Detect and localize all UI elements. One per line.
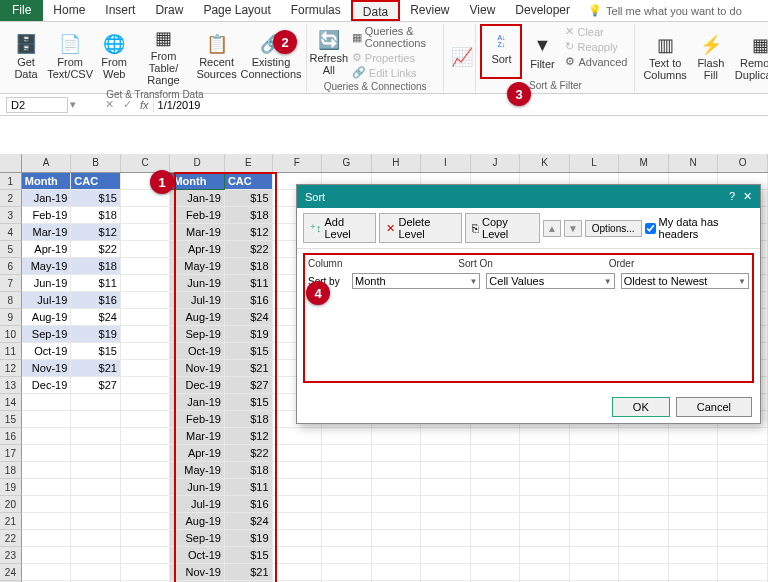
dialog-titlebar[interactable]: Sort ?✕ xyxy=(297,185,760,208)
cell[interactable] xyxy=(421,496,471,513)
cell[interactable] xyxy=(71,513,121,530)
col-header-N[interactable]: N xyxy=(669,154,719,172)
cell[interactable]: Jul-19 xyxy=(170,292,225,309)
cell[interactable]: Mar-19 xyxy=(170,224,225,241)
cell[interactable]: Sep-19 xyxy=(170,530,225,547)
cell[interactable] xyxy=(273,428,323,445)
cell[interactable]: May-19 xyxy=(22,258,72,275)
cell[interactable] xyxy=(619,428,669,445)
tab-formulas[interactable]: Formulas xyxy=(281,0,351,21)
properties-button[interactable]: ⚙Properties xyxy=(349,50,440,65)
cell[interactable]: Month xyxy=(170,173,225,190)
ok-button[interactable]: OK xyxy=(612,397,670,417)
remove-dup-button[interactable]: ▦Remove Duplicates xyxy=(731,24,768,90)
cell[interactable] xyxy=(71,462,121,479)
cell[interactable]: $21 xyxy=(225,360,273,377)
cell[interactable] xyxy=(520,513,570,530)
cell[interactable] xyxy=(273,513,323,530)
cell[interactable] xyxy=(121,326,171,343)
refresh-all-button[interactable]: 🔄Refresh All xyxy=(311,24,347,80)
row-header[interactable]: 17 xyxy=(0,445,22,462)
row-header[interactable]: 24 xyxy=(0,564,22,581)
cell[interactable] xyxy=(273,564,323,581)
cell[interactable] xyxy=(121,428,171,445)
cell[interactable] xyxy=(669,462,719,479)
cell[interactable]: $18 xyxy=(225,462,273,479)
cell[interactable] xyxy=(570,462,620,479)
cell[interactable] xyxy=(619,564,669,581)
cell[interactable]: Dec-19 xyxy=(22,377,72,394)
reapply-button[interactable]: ↻Reapply xyxy=(562,39,630,54)
cell[interactable] xyxy=(669,547,719,564)
cell[interactable] xyxy=(718,428,768,445)
sort-column-select[interactable]: Month▼ xyxy=(352,273,480,289)
col-header-O[interactable]: O xyxy=(718,154,768,172)
cell[interactable] xyxy=(718,496,768,513)
cell[interactable]: $11 xyxy=(71,275,121,292)
copy-level-button[interactable]: ⎘Copy Level xyxy=(465,213,540,243)
name-box[interactable]: D2 xyxy=(6,97,68,113)
cell[interactable] xyxy=(669,496,719,513)
cell[interactable] xyxy=(121,224,171,241)
cell[interactable]: $16 xyxy=(71,292,121,309)
cell[interactable] xyxy=(71,496,121,513)
cell[interactable]: $16 xyxy=(225,292,273,309)
cell[interactable] xyxy=(71,564,121,581)
cell[interactable] xyxy=(619,496,669,513)
cell[interactable]: $11 xyxy=(225,479,273,496)
cell[interactable]: May-19 xyxy=(170,462,225,479)
cell[interactable]: Month xyxy=(22,173,72,190)
cell[interactable] xyxy=(121,530,171,547)
formula-input[interactable]: 1/1/2019 xyxy=(153,98,768,112)
cell[interactable]: Aug-19 xyxy=(170,309,225,326)
cell[interactable]: Oct-19 xyxy=(22,343,72,360)
advanced-button[interactable]: ⚙Advanced xyxy=(562,54,630,69)
cell[interactable] xyxy=(322,445,372,462)
cell[interactable] xyxy=(121,292,171,309)
cell[interactable]: Apr-19 xyxy=(22,241,72,258)
col-header-G[interactable]: G xyxy=(322,154,372,172)
cell[interactable] xyxy=(322,547,372,564)
row-header[interactable]: 5 xyxy=(0,241,22,258)
cell[interactable]: CAC xyxy=(225,173,273,190)
cell[interactable] xyxy=(669,530,719,547)
select-all-corner[interactable] xyxy=(0,154,22,172)
cell[interactable]: $19 xyxy=(225,530,273,547)
cell[interactable] xyxy=(421,513,471,530)
filter-button[interactable]: ▼Filter xyxy=(524,24,560,79)
cell[interactable]: CAC xyxy=(71,173,121,190)
cell[interactable] xyxy=(322,496,372,513)
cell[interactable]: $18 xyxy=(225,258,273,275)
cell[interactable]: Sep-19 xyxy=(22,326,72,343)
cell[interactable]: Sep-19 xyxy=(170,326,225,343)
cell[interactable] xyxy=(718,530,768,547)
col-header-A[interactable]: A xyxy=(22,154,72,172)
from-web-button[interactable]: 🌐From Web xyxy=(96,24,132,88)
cell[interactable]: May-19 xyxy=(170,258,225,275)
cell[interactable] xyxy=(372,513,422,530)
queries-conn-button[interactable]: ▦Queries & Connections xyxy=(349,24,440,50)
cell[interactable] xyxy=(121,547,171,564)
tab-pagelayout[interactable]: Page Layout xyxy=(193,0,280,21)
text-to-columns-button[interactable]: ▥Text to Columns xyxy=(639,24,690,90)
cell[interactable]: $22 xyxy=(71,241,121,258)
cell[interactable]: Oct-19 xyxy=(170,343,225,360)
cell[interactable] xyxy=(570,428,620,445)
cell[interactable] xyxy=(322,564,372,581)
col-header-K[interactable]: K xyxy=(520,154,570,172)
cell[interactable] xyxy=(471,530,521,547)
cell[interactable] xyxy=(669,513,719,530)
row-header[interactable]: 21 xyxy=(0,513,22,530)
cell[interactable] xyxy=(421,428,471,445)
cell[interactable]: Nov-19 xyxy=(22,360,72,377)
fx-icon[interactable]: fx xyxy=(136,99,153,111)
col-header-D[interactable]: D xyxy=(170,154,225,172)
cell[interactable] xyxy=(570,496,620,513)
row-header[interactable]: 11 xyxy=(0,343,22,360)
cell[interactable] xyxy=(71,530,121,547)
cell[interactable] xyxy=(570,513,620,530)
tab-data[interactable]: Data xyxy=(351,0,400,21)
cell[interactable] xyxy=(471,547,521,564)
cell[interactable] xyxy=(421,462,471,479)
cell[interactable]: $18 xyxy=(225,411,273,428)
